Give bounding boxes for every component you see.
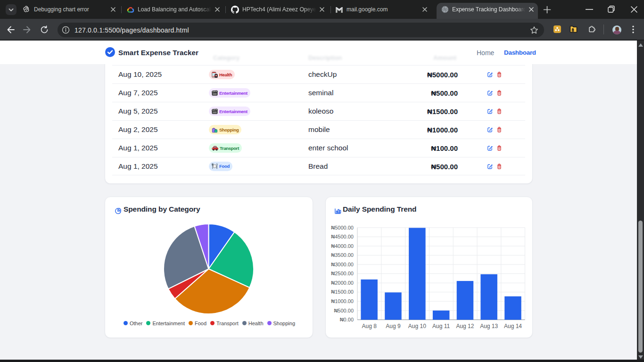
svg-text:₦4500.00: ₦4500.00	[331, 234, 354, 239]
svg-text:₦3000.00: ₦3000.00	[331, 261, 354, 267]
svg-text:₦1500.00: ₦1500.00	[331, 289, 354, 295]
svg-text:₦3500.00: ₦3500.00	[331, 252, 354, 258]
svg-text:₦2500.00: ₦2500.00	[331, 271, 354, 276]
svg-text:₦0.00: ₦0.00	[340, 317, 354, 322]
svg-text:Aug 10: Aug 10	[408, 322, 426, 329]
svg-text:Aug 13: Aug 13	[480, 322, 498, 329]
svg-text:Aug 11: Aug 11	[432, 322, 450, 329]
svg-text:Aug 9: Aug 9	[386, 322, 401, 329]
svg-text:₦4000.00: ₦4000.00	[331, 243, 354, 248]
svg-text:Aug 14: Aug 14	[504, 322, 522, 329]
svg-text:₦500.00: ₦500.00	[334, 307, 354, 313]
svg-text:₦1000.00: ₦1000.00	[331, 298, 354, 304]
svg-text:₦2000.00: ₦2000.00	[331, 280, 354, 285]
svg-text:Aug 12: Aug 12	[456, 322, 474, 329]
svg-text:Aug 8: Aug 8	[362, 322, 377, 329]
svg-text:₦5000.00: ₦5000.00	[331, 224, 354, 230]
